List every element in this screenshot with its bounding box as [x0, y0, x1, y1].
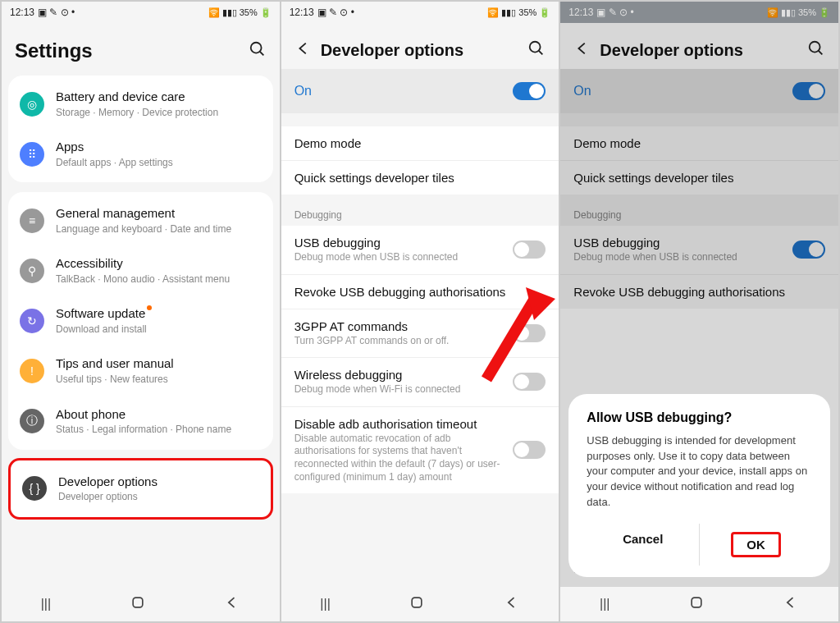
wireless-toggle[interactable] [513, 373, 546, 391]
ok-highlight: OK [731, 532, 781, 557]
item-battery-care[interactable]: ◎ Battery and device care Storage · Memo… [8, 79, 273, 129]
status-bar: 12:13 ▣ ✎ ⊙ • 🛜 ▮▮▯ 35% 🔋 [281, 2, 559, 23]
dialog-ok-button[interactable]: OK [700, 524, 812, 566]
tips-icon: ! [20, 359, 44, 383]
item-apps[interactable]: ⠿ Apps Default apps · App settings [8, 129, 273, 179]
row-quick-tiles[interactable]: Quick settings developer tiles [281, 160, 559, 195]
screen-devopts-dialog: 12:13 ▣ ✎ ⊙ • 🛜 ▮▮▯ 35% 🔋 Developer opti… [560, 2, 838, 621]
row-wireless-debugging[interactable]: Wireless debugging Debug mode when Wi-Fi… [281, 357, 559, 406]
item-accessibility[interactable]: ⚲ Accessibility TalkBack · Mono audio · … [8, 245, 273, 295]
update-dot [147, 305, 152, 310]
screen-devopts-off: 12:13 ▣ ✎ ⊙ • 🛜 ▮▮▯ 35% 🔋 Developer opti… [281, 2, 559, 621]
signal-icon: ▮▮▯ [222, 7, 237, 18]
nav-bar: ||| [281, 587, 559, 621]
devopts-icon: { } [22, 476, 47, 501]
search-icon[interactable] [527, 39, 546, 61]
3gpp-toggle[interactable] [513, 324, 546, 342]
svg-point-3 [530, 42, 541, 53]
status-time: 12:13 [290, 7, 314, 18]
svg-rect-9 [692, 598, 701, 607]
settings-card-2: ≡ General management Language and keyboa… [8, 192, 273, 449]
section-debugging: Debugging [281, 195, 559, 226]
item-tips[interactable]: ! Tips and user manual Useful tips · New… [8, 346, 273, 396]
search-icon[interactable] [249, 40, 267, 62]
item-general-management[interactable]: ≡ General management Language and keyboa… [8, 195, 273, 245]
devopts-header: Developer options [281, 23, 559, 69]
nav-bar: ||| [560, 587, 838, 621]
svg-rect-6 [412, 598, 422, 607]
nav-back-icon[interactable] [504, 594, 520, 614]
svg-line-4 [539, 51, 543, 55]
settings-header: Settings [2, 23, 280, 71]
general-icon: ≡ [20, 208, 44, 233]
svg-point-0 [250, 43, 261, 53]
status-bar: 12:13 ▣ ✎ ⊙ • 🛜 ▮▮▯ 35% 🔋 [2, 2, 280, 23]
wifi-icon: 🛜 [487, 7, 499, 18]
about-icon: ⓘ [20, 409, 44, 433]
dialog-body: USB debugging is intended for developmen… [587, 433, 812, 511]
page-title: Settings [15, 39, 93, 62]
row-revoke[interactable]: Revoke USB debugging authorisations [281, 274, 559, 309]
nav-home-icon[interactable] [688, 594, 705, 614]
row-demo-mode[interactable]: Demo mode [281, 126, 559, 160]
accessibility-icon: ⚲ [20, 259, 44, 283]
svg-rect-2 [133, 598, 143, 607]
wifi-icon: 🛜 [208, 7, 220, 18]
signal-icon: ▮▮▯ [501, 7, 516, 18]
row-disable-adb-timeout[interactable]: Disable adb authorisation timeout Disabl… [281, 406, 559, 493]
status-notif-icons: ▣ ✎ ⊙ • [317, 7, 354, 18]
nav-recents-icon[interactable]: ||| [600, 597, 609, 612]
status-time: 12:13 [10, 7, 34, 18]
item-developer-options[interactable]: { } Developer options Developer options [8, 458, 273, 520]
usb-debugging-dialog: Allow USB debugging? USB debugging is in… [568, 394, 830, 577]
svg-line-1 [259, 52, 263, 56]
disable-adb-toggle[interactable] [513, 441, 546, 459]
battery-label: 35% [518, 7, 536, 17]
nav-home-icon[interactable] [409, 594, 425, 614]
apps-icon: ⠿ [20, 142, 44, 167]
usb-debugging-toggle[interactable] [513, 240, 546, 259]
nav-home-icon[interactable] [130, 594, 146, 614]
master-toggle-row[interactable]: On [281, 69, 559, 113]
update-icon: ↻ [20, 309, 44, 333]
item-about-phone[interactable]: ⓘ About phone Status · Legal information… [8, 396, 273, 447]
row-usb-debugging[interactable]: USB debugging Debug mode when USB is con… [281, 226, 559, 274]
item-software-update[interactable]: ↻ Software update Download and install [8, 295, 273, 346]
nav-recents-icon[interactable]: ||| [320, 597, 330, 612]
battery-icon: 🔋 [260, 7, 272, 18]
nav-back-icon[interactable] [783, 594, 799, 614]
screen-settings: 12:13 ▣ ✎ ⊙ • 🛜 ▮▮▯ 35% 🔋 Settings ◎ Bat… [2, 2, 280, 621]
back-icon[interactable] [294, 39, 313, 61]
dialog-cancel-button[interactable]: Cancel [587, 524, 699, 566]
battery-icon: ◎ [20, 92, 44, 117]
battery-label: 35% [240, 7, 258, 17]
battery-icon: 🔋 [539, 7, 550, 18]
nav-back-icon[interactable] [224, 594, 240, 614]
dialog-title: Allow USB debugging? [587, 410, 812, 425]
status-notif-icons: ▣ ✎ ⊙ • [38, 7, 75, 18]
master-toggle[interactable] [513, 82, 546, 100]
row-3gpp[interactable]: 3GPP AT commands Turn 3GPP AT commands o… [281, 309, 559, 358]
nav-bar: ||| [2, 587, 280, 621]
page-title: Developer options [321, 41, 463, 60]
settings-card-1: ◎ Battery and device care Storage · Memo… [8, 76, 273, 182]
nav-recents-icon[interactable]: ||| [41, 597, 51, 612]
